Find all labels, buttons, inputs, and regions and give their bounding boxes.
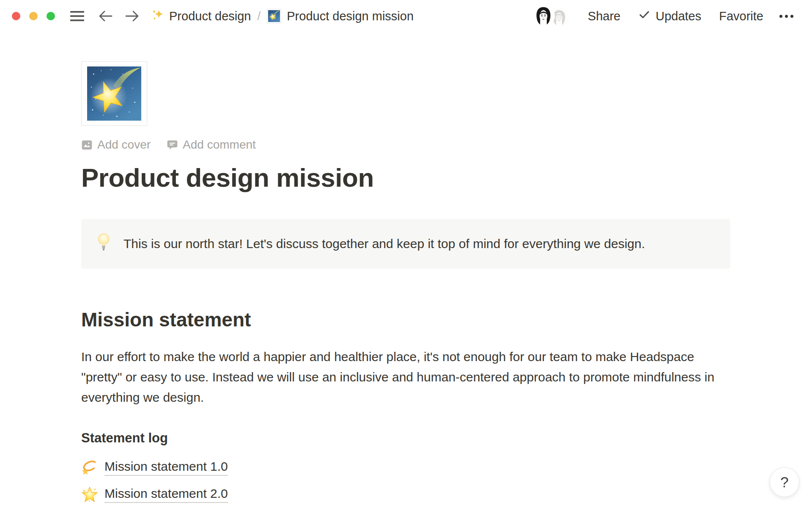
page-link-mission-1[interactable]: Mission statement 1.0 [81,457,730,478]
more-options-icon[interactable] [775,11,798,21]
callout-text: This is our north star! Let's discuss to… [123,235,645,253]
callout[interactable]: This is our north star! Let's discuss to… [81,219,730,269]
comment-icon [167,139,178,151]
breadcrumb-current[interactable]: Product design mission [287,9,414,23]
updates-button[interactable]: Updates [632,6,707,26]
help-button[interactable]: ? [770,467,799,497]
dizzy-icon [81,459,98,476]
titlebar: Product design / Product design mission [0,0,812,32]
statement-log-heading: Statement log [81,430,730,447]
sparkles-icon [151,8,164,24]
add-cover-button[interactable]: Add cover [81,138,151,152]
share-button[interactable]: Share [582,7,626,26]
avatar [532,4,555,27]
back-arrow-icon[interactable] [97,9,114,23]
page-content: Add cover Add comment Product design mis… [81,61,730,505]
zoom-window-button[interactable] [47,12,55,20]
page-icon-shooting-star[interactable] [81,61,147,126]
close-window-button[interactable] [12,12,20,20]
window-controls [12,12,55,20]
glowing-star-icon [81,486,98,503]
check-icon [638,8,650,24]
minimize-window-button[interactable] [29,12,38,20]
collaborator-avatars [532,4,569,28]
mission-paragraph: In our effort to make the world a happie… [81,347,730,408]
breadcrumb: Product design / Product design mission [151,8,414,24]
add-comment-button[interactable]: Add comment [167,138,256,152]
picture-icon [81,139,93,151]
page-link-mission-2[interactable]: Mission statement 2.0 [81,484,730,505]
forward-arrow-icon[interactable] [124,9,141,23]
breadcrumb-parent[interactable]: Product design [169,9,251,23]
page-title: Product design mission [81,162,730,193]
shooting-star-icon [267,9,281,23]
breadcrumb-separator: / [256,9,261,23]
light-bulb-icon [98,232,109,255]
mission-statement-heading: Mission statement [81,308,730,331]
favorite-button[interactable]: Favorite [713,7,769,26]
menu-icon[interactable] [70,11,84,21]
statement-log-list: Mission statement 1.0 Mission statement … [81,457,730,505]
